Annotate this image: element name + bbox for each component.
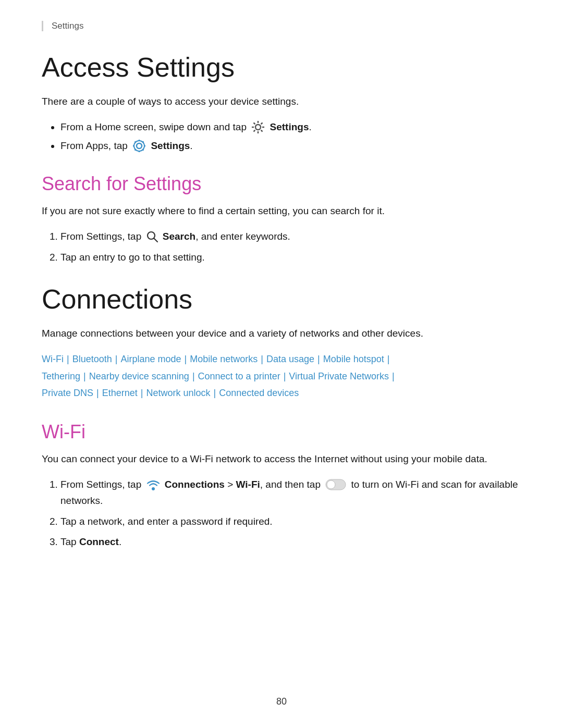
connections-intro: Manage connections between your device a… [42, 326, 521, 341]
separator: | [211, 388, 219, 398]
gear-dark-icon [251, 120, 265, 134]
separator: | [190, 371, 198, 381]
separator: | [281, 371, 289, 381]
connections-links: Wi-Fi | Bluetooth | Airplane mode | Mobi… [42, 351, 521, 401]
wifi-step-1: From Settings, tap Connections > Wi-Fi, … [60, 479, 518, 506]
connections-bold: Connections [165, 479, 225, 490]
svg-line-17 [143, 141, 144, 142]
gear-blue-icon [132, 139, 146, 153]
search-step-1: From Settings, tap Search, and enter key… [60, 231, 290, 242]
list-item: Tap an entry to go to that setting. [60, 249, 521, 265]
link-tethering[interactable]: Tethering [42, 371, 80, 381]
svg-point-23 [327, 480, 335, 489]
wifi-step-2: Tap a network, and enter a password if r… [60, 516, 273, 527]
wifi-title: Wi-Fi [42, 421, 521, 443]
separator: | [182, 354, 190, 364]
search-icon [146, 230, 158, 243]
wifi-step-3: Tap Connect. [60, 536, 121, 547]
list-item: From Settings, tap Connections > Wi-Fi, … [60, 476, 521, 509]
search-step-2: Tap an entry to go to that setting. [60, 252, 205, 263]
search-settings-intro: If you are not sure exactly where to fin… [42, 203, 521, 219]
wifi-bold: Wi-Fi [236, 479, 260, 490]
bullet-text-2: From Apps, tap [60, 140, 193, 151]
separator: | [81, 371, 89, 381]
separator: | [94, 388, 102, 398]
search-settings-steps: From Settings, tap Search, and enter key… [60, 228, 521, 265]
connections-section: Connections Manage connections between y… [42, 284, 521, 401]
link-bluetooth[interactable]: Bluetooth [72, 354, 112, 364]
separator: | [385, 354, 390, 364]
settings-bold-2: Settings [151, 140, 190, 151]
svg-point-9 [137, 143, 142, 149]
list-item: From Apps, tap [60, 138, 521, 154]
svg-line-15 [135, 141, 136, 142]
link-mobile-networks[interactable]: Mobile networks [190, 354, 258, 364]
wifi-steps: From Settings, tap Connections > Wi-Fi, … [60, 476, 521, 550]
separator: | [113, 354, 120, 364]
svg-line-5 [254, 123, 255, 125]
wifi-intro: You can connect your device to a Wi-Fi n… [42, 451, 521, 467]
svg-line-8 [254, 130, 255, 132]
search-settings-title: Search for Settings [42, 172, 521, 195]
svg-line-20 [154, 239, 157, 242]
svg-line-16 [143, 149, 144, 150]
page-number: 80 [0, 696, 563, 707]
link-private-dns[interactable]: Private DNS [42, 388, 93, 398]
connections-title: Connections [42, 284, 521, 315]
list-item: Tap Connect. [60, 534, 521, 550]
list-item: From Settings, tap Search, and enter key… [60, 228, 521, 244]
access-settings-title: Access Settings [42, 52, 521, 83]
breadcrumb: Settings [42, 21, 521, 31]
list-item: Tap a network, and enter a password if r… [60, 513, 521, 529]
link-airplane[interactable]: Airplane mode [120, 354, 181, 364]
bullet-text-1: From a Home screen, swipe down and tap [60, 121, 312, 132]
svg-line-6 [261, 130, 263, 132]
separator: | [138, 388, 146, 398]
svg-line-18 [135, 149, 136, 150]
svg-point-0 [255, 125, 261, 130]
search-bold: Search [163, 231, 195, 242]
separator: | [64, 354, 72, 364]
link-connected-devices[interactable]: Connected devices [219, 388, 299, 398]
access-settings-bullets: From a Home screen, swipe down and tap [60, 119, 521, 154]
link-ethernet[interactable]: Ethernet [102, 388, 138, 398]
link-data-usage[interactable]: Data usage [266, 354, 314, 364]
access-settings-section: Access Settings There are a couple of wa… [42, 52, 521, 154]
link-network-unlock[interactable]: Network unlock [146, 388, 210, 398]
connections-icon [146, 477, 161, 492]
link-vpn[interactable]: Virtual Private Networks [289, 371, 389, 381]
separator: | [389, 371, 395, 381]
link-wifi[interactable]: Wi-Fi [42, 354, 64, 364]
toggle-icon [325, 479, 346, 490]
connect-bold: Connect [79, 536, 119, 547]
link-printer[interactable]: Connect to a printer [198, 371, 280, 381]
search-settings-section: Search for Settings If you are not sure … [42, 172, 521, 265]
separator: | [315, 354, 323, 364]
separator: | [258, 354, 266, 364]
link-nearby-device[interactable]: Nearby device scanning [89, 371, 189, 381]
list-item: From a Home screen, swipe down and tap [60, 119, 521, 135]
wifi-section: Wi-Fi You can connect your device to a W… [42, 421, 521, 550]
link-mobile-hotspot[interactable]: Mobile hotspot [323, 354, 384, 364]
settings-bold-1: Settings [270, 121, 309, 132]
svg-point-21 [152, 487, 155, 490]
svg-line-7 [261, 123, 263, 125]
access-settings-intro: There are a couple of ways to access you… [42, 94, 521, 109]
